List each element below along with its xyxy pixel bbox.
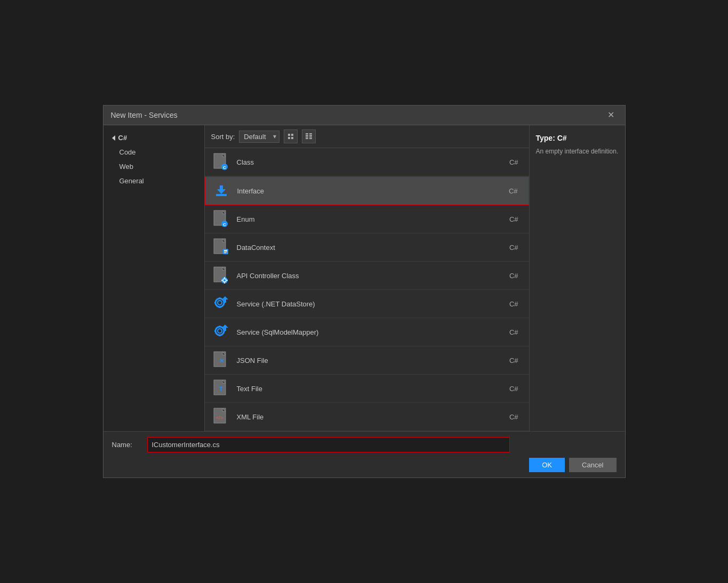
svg-rect-1 — [291, 134, 293, 136]
item-lang-xml: C# — [509, 413, 518, 421]
svg-text:C: C — [223, 222, 226, 227]
sidebar-item-web[interactable]: Web — [103, 159, 204, 174]
svg-point-45 — [218, 329, 222, 333]
view-list-button[interactable] — [284, 129, 298, 143]
item-name-text: Text File — [237, 385, 503, 393]
svg-rect-10 — [309, 136, 312, 137]
svg-rect-4 — [306, 133, 308, 134]
item-lang-json: C# — [509, 357, 518, 365]
text-file-icon: T — [211, 379, 230, 398]
item-name-enum: Enum — [237, 215, 503, 223]
service-sql-icon — [211, 322, 230, 342]
svg-rect-39 — [219, 297, 220, 299]
svg-text:C: C — [223, 165, 226, 170]
info-type-label: Type: C# — [536, 134, 619, 142]
sort-wrapper: Default Name Type — [239, 131, 279, 143]
item-row-text[interactable]: T Text File C# — [205, 375, 529, 403]
item-row-xml[interactable]: </> XML File C# — [205, 403, 529, 431]
svg-point-38 — [218, 301, 222, 305]
cancel-button[interactable]: Cancel — [569, 458, 616, 472]
sidebar-item-csharp[interactable]: C# — [103, 131, 204, 145]
svg-rect-47 — [219, 335, 220, 336]
close-button[interactable]: ✕ — [604, 110, 618, 120]
name-label: Name: — [112, 441, 139, 449]
svg-marker-43 — [222, 296, 228, 303]
svg-rect-0 — [288, 134, 290, 136]
sort-dropdown[interactable]: Default Name Type — [239, 131, 279, 143]
datacontext-icon — [211, 238, 230, 257]
item-name-service-sql: Service (SqlModelMapper) — [237, 328, 503, 336]
service-net-icon — [211, 294, 230, 313]
api-icon — [211, 266, 230, 285]
svg-marker-18 — [217, 189, 226, 194]
svg-rect-26 — [224, 250, 227, 251]
item-row-datacontext[interactable]: DataContext C# — [205, 233, 529, 262]
item-name-json: JSON File — [237, 357, 503, 365]
item-lang-text: C# — [509, 385, 518, 393]
new-item-dialog: New Item - Services ✕ C# Code Web Genera… — [103, 105, 626, 478]
item-lang-service-net: C# — [509, 300, 518, 308]
item-lang-interface: C# — [509, 187, 518, 195]
item-row-class[interactable]: C Class C# — [205, 148, 529, 176]
bottom-bar: Name: OK Cancel — [103, 431, 625, 477]
toolbar: Sort by: Default Name Type — [205, 125, 529, 148]
xml-file-icon: </> — [211, 407, 230, 426]
main-panel: Sort by: Default Name Type — [205, 125, 529, 431]
sidebar: C# Code Web General — [103, 125, 205, 431]
sidebar-item-general[interactable]: General — [103, 174, 204, 188]
chevron-down-icon — [112, 135, 115, 141]
item-name-interface: Interface — [237, 187, 502, 195]
interface-icon — [212, 181, 231, 200]
name-input[interactable] — [147, 437, 510, 452]
item-row-json[interactable]: ✕ JSON File C# — [205, 346, 529, 375]
dialog-body: C# Code Web General Sort by: Default Nam… — [103, 125, 625, 431]
item-name-api: API Controller Class — [237, 272, 503, 280]
info-panel: Type: C# An empty interface definition. — [529, 125, 625, 431]
svg-rect-46 — [219, 326, 220, 327]
svg-rect-2 — [288, 137, 290, 139]
info-description: An empty interface definition. — [536, 147, 619, 156]
enum-icon: C — [211, 209, 230, 229]
item-name-xml: XML File — [237, 413, 503, 421]
svg-rect-8 — [309, 133, 312, 134]
item-lang-datacontext: C# — [509, 244, 518, 252]
item-lang-enum: C# — [509, 215, 518, 223]
svg-text:</>: </> — [216, 415, 223, 420]
item-row-service-sql[interactable]: Service (SqlModelMapper) C# — [205, 318, 529, 346]
svg-point-44 — [215, 327, 224, 335]
svg-text:✕: ✕ — [219, 358, 224, 364]
svg-rect-3 — [291, 137, 293, 139]
svg-rect-6 — [306, 136, 308, 137]
item-name-datacontext: DataContext — [237, 244, 503, 252]
class-icon: C — [211, 152, 230, 172]
item-row-service-net[interactable]: Service (.NET DataStore) C# — [205, 290, 529, 318]
ok-button[interactable]: OK — [529, 458, 565, 472]
svg-text:T: T — [219, 386, 223, 392]
svg-rect-28 — [224, 253, 226, 253]
item-lang-api: C# — [509, 272, 518, 280]
name-row: Name: — [112, 437, 617, 452]
item-row-api[interactable]: API Controller Class C# — [205, 262, 529, 290]
item-name-class: Class — [237, 158, 503, 166]
item-name-service-net: Service (.NET DataStore) — [237, 300, 503, 308]
item-row-enum[interactable]: C Enum C# — [205, 205, 529, 233]
sidebar-item-code[interactable]: Code — [103, 145, 204, 159]
svg-rect-41 — [214, 302, 216, 304]
svg-rect-9 — [309, 135, 312, 136]
svg-rect-27 — [224, 252, 227, 252]
item-lang-class: C# — [509, 158, 518, 166]
svg-point-37 — [215, 298, 224, 307]
item-row-interface[interactable]: Interface C# — [205, 176, 529, 205]
svg-marker-50 — [222, 325, 228, 331]
titlebar: New Item - Services ✕ — [103, 106, 625, 125]
items-list: C Class C# — [205, 148, 529, 431]
svg-rect-16 — [216, 194, 227, 196]
json-file-icon: ✕ — [211, 351, 230, 370]
svg-rect-48 — [214, 330, 216, 332]
dialog-title: New Item - Services — [111, 111, 178, 119]
svg-rect-5 — [306, 135, 308, 136]
item-lang-service-sql: C# — [509, 328, 518, 336]
view-grid-button[interactable] — [302, 129, 316, 143]
svg-rect-40 — [219, 306, 220, 308]
svg-rect-11 — [309, 138, 312, 139]
